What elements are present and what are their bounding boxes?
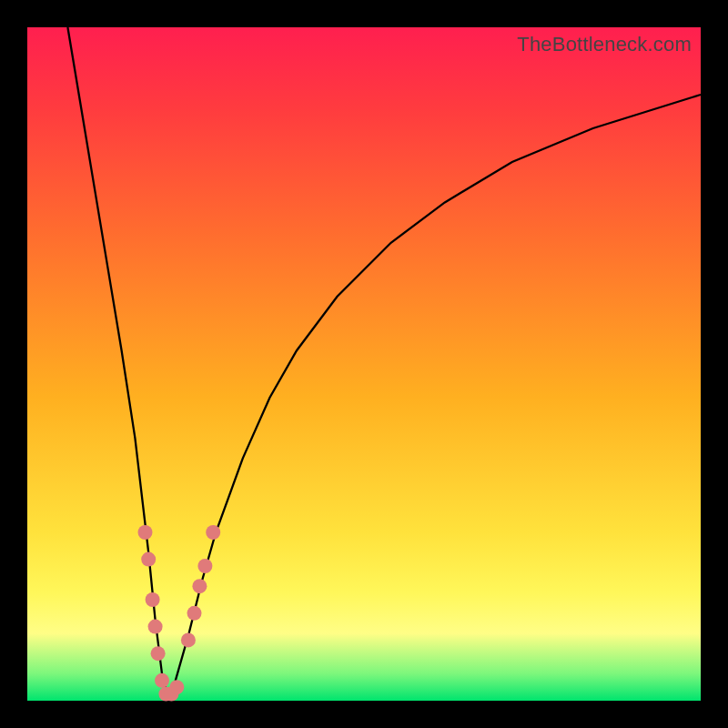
chart-frame: TheBottleneck.com bbox=[0, 0, 728, 728]
data-point bbox=[146, 592, 160, 607]
data-point bbox=[197, 559, 212, 573]
curve-layer bbox=[27, 27, 701, 701]
data-point bbox=[148, 620, 163, 634]
data-point bbox=[169, 680, 184, 694]
data-point bbox=[181, 632, 196, 647]
data-point bbox=[151, 646, 166, 661]
data-point bbox=[138, 525, 153, 540]
data-point bbox=[187, 606, 202, 621]
data-point bbox=[192, 579, 207, 593]
data-points bbox=[138, 525, 221, 702]
bottleneck-curve bbox=[67, 27, 701, 701]
data-point bbox=[206, 525, 220, 540]
data-point bbox=[141, 552, 156, 567]
plot-area: TheBottleneck.com bbox=[27, 27, 701, 701]
data-point bbox=[155, 673, 169, 688]
